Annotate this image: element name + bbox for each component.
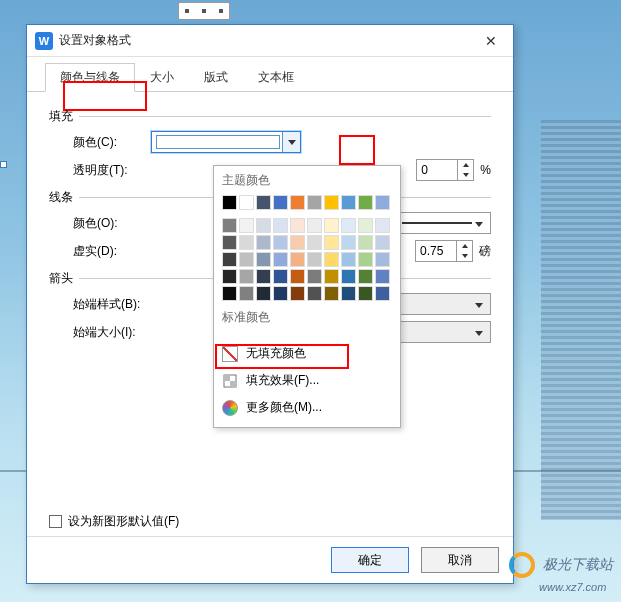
fill-effects-option[interactable]: 填充效果(F)... <box>214 367 400 394</box>
start-style-combo[interactable] <box>397 293 491 315</box>
weight-up[interactable] <box>457 241 472 251</box>
tab-size[interactable]: 大小 <box>135 63 189 92</box>
color-swatch[interactable] <box>239 252 254 267</box>
color-swatch[interactable] <box>358 286 373 301</box>
line-style-preview <box>402 222 472 224</box>
color-swatch[interactable] <box>222 218 237 233</box>
dialog-title: 设置对象格式 <box>59 32 477 49</box>
color-swatch[interactable] <box>375 286 390 301</box>
color-swatch[interactable] <box>324 286 339 301</box>
line-weight-spinner[interactable] <box>415 240 473 262</box>
color-swatch[interactable] <box>239 269 254 284</box>
watermark-url: www.xz7.com <box>539 581 606 593</box>
tab-layout[interactable]: 版式 <box>189 63 243 92</box>
color-swatch[interactable] <box>222 269 237 284</box>
set-default-checkbox[interactable] <box>49 515 62 528</box>
color-swatch[interactable] <box>358 235 373 250</box>
color-swatch[interactable] <box>324 195 339 210</box>
color-swatch[interactable] <box>290 252 305 267</box>
color-swatch[interactable] <box>375 235 390 250</box>
color-swatch[interactable] <box>358 252 373 267</box>
color-swatch[interactable] <box>290 195 305 210</box>
tab-color-line[interactable]: 颜色与线条 <box>45 63 135 92</box>
color-swatch[interactable] <box>273 269 288 284</box>
no-fill-label: 无填充颜色 <box>246 345 306 362</box>
color-swatch[interactable] <box>341 269 356 284</box>
section-divider <box>79 116 491 117</box>
color-swatch[interactable] <box>256 269 271 284</box>
palette-icon <box>222 400 238 416</box>
color-swatch[interactable] <box>290 235 305 250</box>
color-swatch[interactable] <box>256 235 271 250</box>
color-swatch[interactable] <box>375 195 390 210</box>
color-swatch[interactable] <box>222 235 237 250</box>
watermark-text: 极光下载站 <box>543 556 613 572</box>
line-style-combo[interactable] <box>397 212 491 234</box>
color-swatch[interactable] <box>256 286 271 301</box>
transparency-unit: % <box>480 163 491 177</box>
cancel-button[interactable]: 取消 <box>421 547 499 573</box>
color-swatch[interactable] <box>273 252 288 267</box>
color-swatch[interactable] <box>239 195 254 210</box>
color-swatch[interactable] <box>375 269 390 284</box>
selection-handle[interactable] <box>0 161 7 168</box>
color-swatch[interactable] <box>273 235 288 250</box>
color-swatch[interactable] <box>290 218 305 233</box>
color-swatch[interactable] <box>341 235 356 250</box>
color-swatch[interactable] <box>358 218 373 233</box>
transparency-down[interactable] <box>458 170 473 180</box>
transparency-up[interactable] <box>458 160 473 170</box>
color-swatch[interactable] <box>290 269 305 284</box>
weight-down[interactable] <box>457 251 472 261</box>
color-swatch[interactable] <box>324 235 339 250</box>
color-swatch[interactable] <box>222 195 237 210</box>
color-swatch[interactable] <box>307 252 322 267</box>
start-size-combo[interactable] <box>397 321 491 343</box>
color-swatch[interactable] <box>273 195 288 210</box>
color-swatch[interactable] <box>222 286 237 301</box>
transparency-input[interactable] <box>417 160 457 180</box>
color-swatch[interactable] <box>307 269 322 284</box>
color-swatch[interactable] <box>341 218 356 233</box>
more-colors-option[interactable]: 更多颜色(M)... <box>214 394 400 421</box>
color-swatch[interactable] <box>222 252 237 267</box>
color-swatch[interactable] <box>307 286 322 301</box>
no-fill-option[interactable]: 无填充颜色 <box>214 340 400 367</box>
color-swatch[interactable] <box>324 269 339 284</box>
color-swatch[interactable] <box>375 252 390 267</box>
fill-color-dropdown-arrow[interactable] <box>282 132 300 152</box>
tab-textbox[interactable]: 文本框 <box>243 63 309 92</box>
color-swatch[interactable] <box>290 286 305 301</box>
ok-button[interactable]: 确定 <box>331 547 409 573</box>
color-swatch[interactable] <box>239 218 254 233</box>
line-weight-input[interactable] <box>416 241 456 261</box>
color-swatch[interactable] <box>324 218 339 233</box>
color-swatch[interactable] <box>307 218 322 233</box>
dialog-footer: 确定 取消 <box>27 536 513 583</box>
color-swatch[interactable] <box>239 286 254 301</box>
standard-colors-row <box>214 330 400 340</box>
color-swatch[interactable] <box>341 286 356 301</box>
color-swatch[interactable] <box>341 195 356 210</box>
color-swatch[interactable] <box>375 218 390 233</box>
color-swatch[interactable] <box>324 252 339 267</box>
color-swatch[interactable] <box>273 218 288 233</box>
color-swatch[interactable] <box>239 235 254 250</box>
color-swatch[interactable] <box>341 252 356 267</box>
line-weight-unit: 磅 <box>479 243 491 260</box>
color-swatch[interactable] <box>256 252 271 267</box>
theme-colors-row1 <box>214 193 400 212</box>
color-swatch[interactable] <box>307 235 322 250</box>
color-swatch[interactable] <box>358 269 373 284</box>
fill-effects-label: 填充效果(F)... <box>246 372 319 389</box>
transparency-spinner[interactable] <box>416 159 474 181</box>
color-swatch[interactable] <box>256 218 271 233</box>
fill-color-combo[interactable] <box>151 131 301 153</box>
color-swatch[interactable] <box>307 195 322 210</box>
close-button[interactable]: ✕ <box>477 30 505 52</box>
more-colors-label: 更多颜色(M)... <box>246 399 322 416</box>
color-swatch[interactable] <box>256 195 271 210</box>
fill-color-label: 颜色(C): <box>73 134 151 151</box>
color-swatch[interactable] <box>273 286 288 301</box>
color-swatch[interactable] <box>358 195 373 210</box>
